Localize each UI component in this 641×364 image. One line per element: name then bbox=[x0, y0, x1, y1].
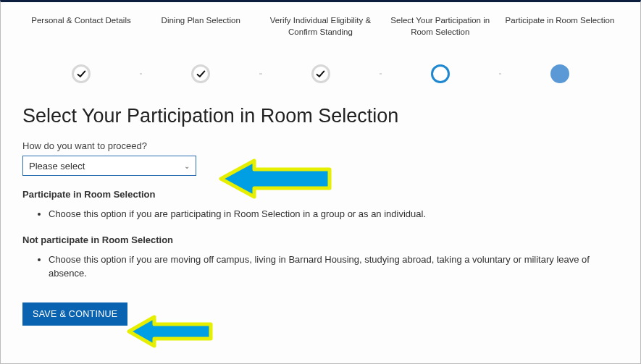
step-1: Personal & Contact Details bbox=[22, 15, 140, 38]
step-4-label: Select Your Participation in Room Select… bbox=[382, 15, 499, 38]
step-2-circle bbox=[191, 64, 210, 83]
step-2: Dining Plan Selection bbox=[142, 15, 259, 38]
progress-stepper: Personal & Contact Details Dining Plan S… bbox=[1, 2, 640, 38]
step-1-circle bbox=[72, 64, 91, 83]
option-not-participate-list: Choose this option if you are moving off… bbox=[49, 253, 619, 281]
step-5-label: Participate in Room Selection bbox=[501, 15, 619, 38]
option-participate-title: Participate in Room Selection bbox=[22, 189, 619, 200]
option-not-participate-bullet: Choose this option if you are moving off… bbox=[49, 253, 619, 281]
track-3 bbox=[380, 73, 382, 75]
check-icon bbox=[77, 69, 86, 79]
option-participate-bullet: Choose this option if you are participat… bbox=[49, 207, 619, 221]
track-2 bbox=[259, 73, 261, 75]
step-4-circle bbox=[431, 64, 450, 83]
chevron-down-icon: ⌄ bbox=[184, 162, 190, 170]
step-3: Verify Individual Eligibility & Confirm … bbox=[262, 15, 380, 38]
step-3-label: Verify Individual Eligibility & Confirm … bbox=[262, 15, 380, 38]
step-4: Select Your Participation in Room Select… bbox=[382, 15, 499, 38]
step-5: Participate in Room Selection bbox=[501, 15, 619, 38]
save-continue-button[interactable]: SAVE & CONTINUE bbox=[22, 302, 127, 326]
svg-marker-1 bbox=[129, 317, 211, 346]
check-icon bbox=[316, 69, 325, 79]
option-not-participate-title: Not participate in Room Selection bbox=[22, 234, 619, 245]
proceed-select[interactable]: Please select ⌄ bbox=[22, 156, 196, 176]
check-icon bbox=[196, 69, 206, 79]
track-4 bbox=[499, 73, 501, 75]
proceed-select-value: Please select bbox=[29, 161, 85, 172]
step-5-circle bbox=[550, 64, 569, 83]
step-3-circle bbox=[311, 64, 330, 83]
arrow-left-icon bbox=[127, 313, 214, 350]
step-2-label: Dining Plan Selection bbox=[142, 15, 259, 38]
option-participate-list: Choose this option if you are participat… bbox=[49, 207, 619, 221]
page-title: Select Your Participation in Room Select… bbox=[1, 98, 640, 140]
track-1 bbox=[140, 73, 142, 75]
progress-stepper-circles bbox=[1, 64, 640, 98]
proceed-question-label: How do you want to proceed? bbox=[22, 140, 619, 151]
step-1-label: Personal & Contact Details bbox=[22, 15, 140, 38]
